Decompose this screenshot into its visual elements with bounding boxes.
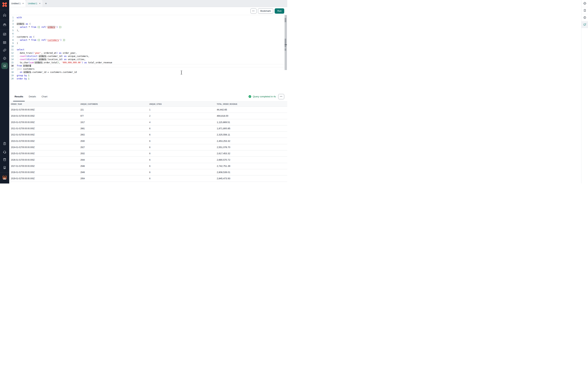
code-line[interactable]: 7customers as ( (9, 35, 287, 39)
explore-compass-icon[interactable] (3, 56, 7, 60)
success-check-icon (249, 95, 251, 98)
column-header[interactable]: UNIQUE_CUSTOMERS (80, 103, 149, 105)
table-row[interactable]: 2022-01-01T00:00:00.000Z290262,325,556.1… (11, 132, 287, 138)
code-line[interactable]: 11select (9, 48, 287, 51)
more-options-button[interactable]: ••• (251, 8, 257, 14)
docs-book-icon[interactable] (3, 158, 7, 161)
table-cell: 6 (149, 165, 217, 167)
notebook-tabbar: Untitled 1✕Untitled 1✕ + (9, 0, 287, 7)
table-cell: 2946 (80, 165, 149, 167)
table-cell: 2024-01-01T00:00:00.000Z (11, 146, 80, 149)
new-tab-button[interactable]: + (45, 2, 47, 5)
line-number: 2 (9, 19, 15, 22)
table-cell: 2028-01-01T00:00:00.000Z (11, 171, 80, 174)
table-cell: 2902 (80, 133, 149, 136)
code-line[interactable]: 8select * from {{ ref('customers') }} (9, 39, 287, 42)
code-line[interactable]: 16from orders (9, 64, 287, 67)
tab-close-icon[interactable]: ✕ (22, 3, 24, 4)
line-number: 3 (9, 22, 15, 25)
code-line[interactable]: 1with (9, 16, 287, 19)
table-row[interactable]: 2023-01-01T00:00:00.000Z293062,453,253.3… (11, 138, 287, 144)
notebook-tab[interactable]: Untitled 1✕ (9, 0, 26, 7)
sql-editor[interactable]: 1with23orders as (4select * from {{ ref(… (9, 15, 287, 92)
code-line[interactable]: 13count(distinct orders.customer_id) as … (9, 55, 287, 58)
text-caret (31, 65, 31, 67)
table-cell: 1917 (80, 121, 149, 124)
code-line[interactable]: 3orders as ( (9, 22, 287, 25)
collections-tray-icon[interactable] (3, 23, 7, 27)
workstation-laptop-icon[interactable] (1, 63, 8, 69)
table-cell: 6 (149, 133, 217, 136)
table-row[interactable]: 2028-01-01T00:00:00.000Z294962,808,539.0… (11, 169, 287, 175)
tab-close-icon[interactable]: ✕ (39, 3, 41, 4)
code-line[interactable]: 14count(distinct orders.location_id) as … (9, 58, 287, 61)
results-tab-details[interactable]: Details (28, 92, 36, 101)
table-row[interactable]: 2027-01-01T00:00:00.000Z294662,742,751.3… (11, 163, 287, 169)
run-button[interactable]: Run (275, 8, 284, 14)
bookmark-button[interactable]: Bookmark (258, 8, 273, 14)
results-more-button[interactable]: ••• (278, 94, 284, 99)
table-row[interactable]: 2030-01-01T00:00:00.000Z287961,841,049.3… (11, 182, 287, 184)
code-line[interactable]: 19group by 1 (9, 74, 287, 77)
code-line[interactable]: 17join customers (9, 67, 287, 71)
results-table: ORDER_YEARUNIQUE_CUSTOMERSUNIQUE_CITIEST… (9, 101, 287, 184)
hex-logo-icon[interactable] (1, 1, 8, 8)
table-cell: 1,871,800.85 (217, 127, 287, 130)
results-tabbar: ResultsDetailsChart Query completed in 4… (9, 92, 287, 101)
apps-grid-icon[interactable] (3, 32, 7, 36)
line-number: 13 (9, 55, 15, 58)
code-line[interactable]: 4select * from {{ ref('orders') }} (9, 25, 287, 29)
table-row[interactable]: 2029-01-01T00:00:00.000Z295462,845,473.9… (11, 175, 287, 182)
column-header[interactable]: UNIQUE_CITIES (149, 103, 217, 105)
line-number: 1 (9, 16, 15, 19)
table-cell: 2949 (80, 171, 149, 174)
code-line[interactable]: 12date_trunc('year', ordered_at) as orde… (9, 51, 287, 55)
table-row[interactable]: 2025-01-01T00:00:00.000Z293262,617,453.3… (11, 150, 287, 157)
clipboard-icon[interactable] (3, 142, 7, 146)
column-header[interactable]: TOTAL_ORDER_REVENUE (217, 103, 287, 105)
table-row[interactable]: 2018-01-01T00:00:00.000Z221144,442.65 (11, 107, 287, 113)
table-row[interactable]: 2019-01-01T00:00:00.000Z9772494,818.00 (11, 113, 287, 119)
code-line[interactable]: 5), (9, 29, 287, 32)
code-line[interactable]: 2 (9, 19, 287, 22)
windows-multi-icon[interactable] (3, 48, 7, 52)
code-line[interactable]: 18on orders.customer_id = customers.cust… (9, 71, 287, 74)
code-line[interactable]: 9) (9, 42, 287, 45)
home-icon[interactable] (3, 13, 7, 17)
editor-scrollbar[interactable] (285, 15, 287, 70)
results-tab-chart[interactable]: Chart (41, 92, 48, 101)
results-tab-results[interactable]: Results (14, 92, 24, 101)
code-cell-icon[interactable] (3, 41, 7, 44)
table-cell: 2,742,751.39 (217, 165, 287, 167)
table-cell: 44,442.65 (217, 108, 287, 111)
line-number: 7 (9, 35, 15, 39)
table-row[interactable]: 2026-01-01T00:00:00.000Z294462,690,570.7… (11, 157, 287, 163)
table-row[interactable]: 2021-01-01T00:00:00.000Z266161,871,800.8… (11, 125, 287, 132)
query-status: Query completed in 4s ••• (249, 94, 287, 99)
organization-building-icon[interactable] (3, 166, 7, 169)
column-header[interactable]: ORDER_YEAR (11, 103, 80, 105)
table-row[interactable]: 2024-01-01T00:00:00.000Z292762,551,076.7… (11, 144, 287, 150)
table-cell: 2019-01-01T00:00:00.000Z (11, 115, 80, 117)
tab-label: Untitled 1 (11, 2, 21, 5)
ibeam-mouse-cursor (180, 70, 183, 75)
table-header-row: ORDER_YEARUNIQUE_CUSTOMERSUNIQUE_CITIEST… (9, 101, 287, 107)
user-avatar[interactable] (3, 175, 7, 180)
code-line[interactable]: 10 (9, 45, 287, 48)
table-cell: 2022-01-01T00:00:00.000Z (11, 133, 80, 136)
line-number: 16 (9, 64, 15, 67)
notebook-tab[interactable]: Untitled 1✕ (26, 0, 43, 7)
support-headset-icon[interactable] (3, 150, 7, 154)
query-status-text: Query completed in 4s (253, 95, 276, 98)
divider (0, 10, 9, 10)
code-line[interactable]: 20order by 1 (9, 77, 287, 80)
table-cell: 2026-01-01T00:00:00.000Z (11, 158, 80, 161)
table-cell: 2018-01-01T00:00:00.000Z (11, 108, 80, 111)
code-line[interactable]: 6 (9, 32, 287, 35)
table-cell: 2020-01-01T00:00:00.000Z (11, 121, 80, 124)
table-cell: 6 (149, 152, 217, 155)
line-number: 18 (9, 71, 15, 74)
table-row[interactable]: 2020-01-01T00:00:00.000Z191741,115,869.5… (11, 119, 287, 125)
code-line[interactable]: 15to_char(sum(orders.order_total), '999,… (9, 61, 287, 64)
line-number: 10 (9, 45, 15, 48)
